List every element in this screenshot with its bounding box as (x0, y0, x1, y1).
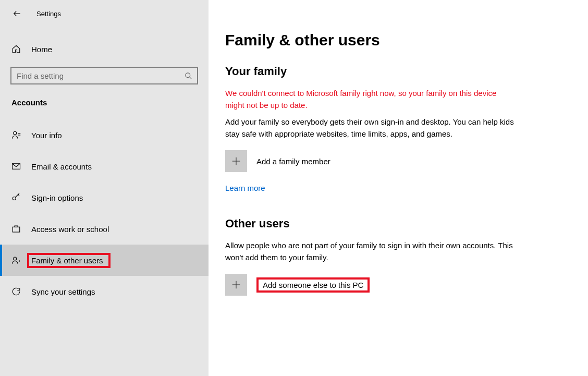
svg-point-1 (185, 72, 190, 77)
nav-items: Your info Email & accounts Sign-in optio… (0, 119, 209, 307)
page-title: Family & other users (225, 31, 567, 49)
settings-title: Settings (36, 10, 61, 18)
sync-icon (11, 287, 21, 296)
search-box[interactable] (10, 67, 198, 84)
sidebar-item-your-info[interactable]: Your info (0, 119, 209, 151)
sidebar-header: Settings (0, 4, 209, 23)
svg-rect-10 (13, 227, 20, 232)
nav-label: Email & accounts (31, 162, 92, 171)
add-family-label: Add a family member (256, 157, 330, 166)
key-icon (11, 193, 21, 202)
home-label: Home (31, 45, 52, 54)
back-button[interactable] (11, 8, 22, 19)
nav-label: Access work or school (31, 225, 109, 234)
sidebar-item-sync[interactable]: Sync your settings (0, 276, 209, 307)
add-other-user-button[interactable]: Add someone else to this PC (225, 274, 567, 296)
svg-point-7 (13, 197, 16, 200)
learn-more-link[interactable]: Learn more (225, 184, 265, 192)
mail-icon (11, 162, 21, 171)
add-family-member-button[interactable]: Add a family member (225, 150, 567, 172)
family-heading: Your family (225, 65, 567, 78)
home-nav[interactable]: Home (0, 38, 209, 60)
family-description: Add your family so everybody gets their … (225, 116, 517, 140)
content: Family & other users Your family We coul… (209, 0, 588, 376)
svg-point-11 (14, 257, 17, 260)
sidebar-item-email[interactable]: Email & accounts (0, 151, 209, 182)
user-plus-icon (11, 256, 21, 265)
plus-icon (225, 274, 247, 296)
nav-label: Your info (31, 131, 62, 140)
sidebar-item-signin[interactable]: Sign-in options (0, 182, 209, 213)
other-users-heading: Other users (225, 217, 567, 231)
sidebar: Settings Home Accounts (0, 0, 209, 376)
search-input[interactable] (11, 71, 179, 80)
briefcase-icon (11, 224, 21, 234)
nav-label: Sync your settings (31, 287, 95, 296)
arrow-left-icon (12, 9, 21, 18)
other-users-description: Allow people who are not part of your fa… (225, 240, 517, 263)
plus-icon (225, 150, 247, 172)
section-title: Accounts (0, 84, 209, 114)
svg-line-2 (189, 77, 191, 79)
svg-line-9 (18, 195, 19, 196)
svg-point-3 (14, 131, 17, 135)
sidebar-item-family[interactable]: Family & other users (0, 245, 209, 276)
nav-label: Family & other users (27, 253, 111, 268)
user-icon (11, 130, 21, 140)
home-icon (11, 44, 21, 54)
sidebar-item-work[interactable]: Access work or school (0, 213, 209, 245)
search-icon (179, 72, 197, 80)
nav-label: Sign-in options (31, 193, 83, 202)
add-other-label: Add someone else to this PC (256, 277, 370, 293)
family-error: We couldn't connect to Microsoft family … (225, 88, 517, 111)
